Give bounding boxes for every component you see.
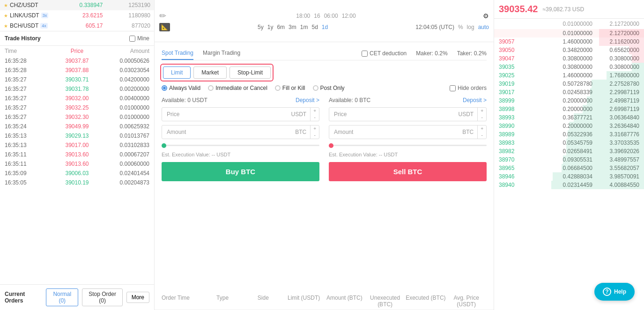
table-row[interactable]: 39025 1.46000000 1.76800000 — [494, 71, 644, 80]
table-row[interactable]: 38993 0.36377721 3.06364840 — [494, 113, 644, 122]
sell-amount-input[interactable] — [358, 126, 459, 138]
buy-price-stepper: + - — [310, 108, 319, 121]
chart-1m-btn[interactable]: 1m — [300, 24, 308, 30]
fok-option[interactable]: Fill or Kill — [275, 85, 305, 91]
sell-deposit-link[interactable]: Deposit > — [463, 97, 487, 103]
star-icon[interactable]: ★ — [4, 23, 8, 29]
chart-auto-btn[interactable]: auto — [478, 24, 489, 30]
table-row[interactable]: 38999 0.20000000 2.49987119 — [494, 96, 644, 105]
asset-price: 605.17 — [66, 22, 103, 29]
order-columns: Order Time Type Side Limit (USDT) Amount… — [155, 293, 494, 310]
table-row[interactable]: 38970 0.09305531 3.48997557 — [494, 155, 644, 164]
buy-slider-dot[interactable] — [162, 143, 166, 148]
buy-est-value: Est. Execution Value: -- USDT — [162, 152, 319, 157]
buy-deposit-link[interactable]: Deposit > — [296, 97, 319, 103]
sell-available: Available: 0 BTC — [329, 97, 370, 103]
buy-amount-down[interactable]: - — [311, 132, 319, 139]
mine-checkbox[interactable]: Mine — [129, 35, 149, 42]
buy-slider-track[interactable] — [162, 145, 319, 146]
table-row[interactable]: 38990 0.20000000 3.26364840 — [494, 122, 644, 130]
ob-bar — [566, 139, 644, 147]
limit-order-btn[interactable]: Limit — [163, 66, 191, 79]
asset-list: ★ CHZ/USDT 0.338947 1253190 ★ LINK/USDT … — [0, 0, 154, 31]
sell-button[interactable]: Sell BTC — [329, 162, 487, 181]
table-row[interactable]: 38998 0.20000000 2.69987119 — [494, 105, 644, 113]
tab-margin-trading[interactable]: Margin Trading — [203, 47, 240, 60]
col-avg-price: Avg. Price (USDT) — [446, 295, 487, 308]
trade-form: Spot Trading Margin Trading CET deductio… — [155, 42, 494, 293]
list-item[interactable]: ★ BCH/USDT 4x 605.17 877020 — [0, 21, 154, 31]
sell-available-row: Available: 0 BTC Deposit > — [329, 97, 487, 103]
table-row: 16:35:1139013.600.00060000 — [0, 159, 154, 169]
asset-price: 0.338947 — [66, 2, 103, 8]
ob-col-total: 2.12720000 — [592, 21, 639, 27]
chart-log-btn[interactable]: log — [467, 24, 474, 30]
normal-orders-tab[interactable]: Normal (0) — [46, 288, 78, 306]
chart-1d-btn[interactable]: 1d — [322, 24, 328, 30]
pencil-icon[interactable]: ✏ — [159, 11, 166, 21]
table-row[interactable]: 39047 0.30800000 0.30800000 — [494, 54, 644, 63]
chart-percent-btn[interactable]: % — [458, 24, 463, 30]
table-row[interactable]: 39050 0.34820000 0.65620000 — [494, 46, 644, 54]
chart-5d-btn[interactable]: 5d — [311, 24, 318, 30]
sell-price-up[interactable]: + — [478, 108, 486, 114]
table-row[interactable]: 39019 0.50728780 2.27528780 — [494, 80, 644, 88]
buy-amount-up[interactable]: + — [311, 125, 319, 132]
post-only-radio[interactable] — [313, 85, 318, 91]
table-row[interactable]: 39057 1.46000000 2.11620000 — [494, 37, 644, 46]
table-row[interactable]: 0.01000000 2.12720000 — [494, 29, 644, 37]
stop-orders-tab[interactable]: Stop Order (0) — [82, 288, 122, 306]
cet-deduction-label[interactable]: CET deduction — [362, 50, 407, 57]
table-row[interactable]: 38965 0.06684500 3.55682057 — [494, 164, 644, 172]
sell-price-group: Price USDT + - — [329, 107, 487, 121]
table-row[interactable]: 39035 0.30800000 0.30800000 — [494, 63, 644, 71]
always-valid-option[interactable]: Always Valid — [162, 85, 200, 91]
chart-time-label: 12:00 — [342, 13, 356, 19]
post-only-option[interactable]: Post Only — [313, 85, 345, 91]
buy-amount-input-wrapper: Amount BTC + - — [162, 125, 319, 139]
mine-checkbox-input[interactable] — [129, 36, 135, 42]
always-valid-radio[interactable] — [162, 85, 167, 91]
ioc-radio[interactable] — [208, 85, 214, 91]
sell-price-input[interactable] — [355, 108, 454, 120]
ioc-option[interactable]: Immediate or Cancel — [208, 85, 267, 91]
table-row[interactable]: 39017 0.02458339 2.29987119 — [494, 88, 644, 96]
fok-radio[interactable] — [275, 85, 281, 91]
sell-amount-down[interactable]: - — [478, 132, 486, 139]
sell-slider-dot[interactable] — [329, 143, 333, 148]
chart-6m-btn[interactable]: 6m — [277, 24, 285, 30]
buy-button[interactable]: Buy BTC — [162, 162, 319, 181]
list-item[interactable]: ★ CHZ/USDT 0.338947 1253190 — [0, 0, 154, 10]
buy-price-down[interactable]: - — [311, 114, 319, 121]
col-time: Time — [5, 48, 53, 54]
table-row[interactable]: 38940 0.02314459 4.00884550 — [494, 181, 644, 189]
chart-drawer-icon[interactable]: 📐 — [159, 23, 170, 31]
sell-amount-up[interactable]: + — [478, 125, 486, 132]
list-item[interactable]: ★ LINK/USDT 3x 23.6215 1180980 — [0, 10, 154, 21]
ob-bar — [568, 130, 644, 139]
settings-icon[interactable]: ⚙ — [483, 12, 489, 20]
help-button[interactable]: ? Help — [594, 283, 635, 301]
hide-orders-label[interactable]: Hide orders — [450, 85, 487, 91]
hide-orders-checkbox[interactable] — [450, 85, 456, 91]
more-button[interactable]: More — [126, 292, 149, 303]
buy-price-up[interactable]: + — [311, 108, 319, 114]
sell-price-down[interactable]: - — [478, 114, 486, 121]
stop-limit-order-btn[interactable]: Stop-Limit — [229, 66, 271, 79]
table-row[interactable]: 38946 0.42888034 3.98570091 — [494, 172, 644, 181]
chart-5y-btn[interactable]: 5y — [258, 24, 264, 30]
table-row[interactable]: 38983 0.05345759 3.37033535 — [494, 139, 644, 147]
buy-price-input[interactable] — [188, 108, 287, 120]
market-order-btn[interactable]: Market — [193, 66, 227, 79]
buy-amount-input[interactable] — [191, 126, 291, 138]
star-icon[interactable]: ★ — [4, 3, 8, 8]
table-row[interactable]: 38989 0.05322936 3.31687776 — [494, 130, 644, 139]
ob-bar — [599, 29, 644, 37]
star-icon[interactable]: ★ — [4, 13, 8, 18]
cet-deduction-checkbox[interactable] — [362, 51, 368, 57]
chart-1y-btn[interactable]: 1y — [267, 24, 274, 30]
sell-slider-track[interactable] — [329, 145, 487, 146]
tab-spot-trading[interactable]: Spot Trading — [162, 47, 193, 60]
table-row[interactable]: 38982 0.02658491 3.39692026 — [494, 147, 644, 155]
chart-3m-btn[interactable]: 3m — [289, 24, 296, 30]
